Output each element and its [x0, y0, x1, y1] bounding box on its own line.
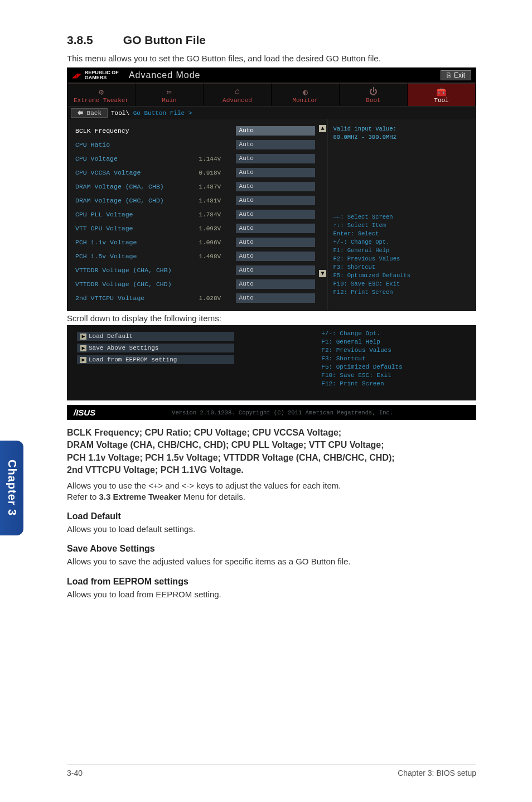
rog-logo-icon: ◢◤: [72, 71, 81, 80]
value-field[interactable]: Auto: [236, 252, 315, 261]
tab-advanced[interactable]: ⌂Advanced: [204, 83, 272, 106]
bios-tabs: ⚙Extreme Tweaker ≔Main ⌂Advanced ◐Monito…: [67, 83, 476, 106]
setting-vttddr-ab[interactable]: VTTDDR Voltage (CHA, CHB)Auto: [75, 264, 315, 276]
bios-titlebar: ◢◤ REPUBLIC OFGAMERS Advanced Mode ⎘ Exi…: [67, 68, 476, 83]
page-number: 3-40: [67, 769, 83, 777]
submenu-list: ▶Load Default ▶Save Above Settings ▶Load…: [72, 328, 316, 388]
setting-dram-voltage-ab[interactable]: DRAM Voltage (CHA, CHB)1.487VAuto: [75, 181, 315, 192]
setting-pch-11v[interactable]: PCH 1.1v Voltage1.096VAuto: [75, 236, 315, 248]
section-number: 3.8.5: [67, 33, 120, 47]
menu-save-above-settings[interactable]: ▶Save Above Settings: [77, 344, 234, 352]
bios-screenshot: ◢◤ REPUBLIC OFGAMERS Advanced Mode ⎘ Exi…: [67, 67, 476, 311]
value-field[interactable]: Auto: [236, 140, 315, 149]
page-footer: 3-40 Chapter 3: BIOS setup: [67, 765, 476, 777]
chapter-tab: Chapter 3: [0, 441, 23, 535]
settings-list: BCLK FrequencyAuto CPU RatioAuto CPU Vol…: [67, 119, 318, 311]
desc-load-eeprom: Allows you to load from EEPROM setting.: [67, 589, 476, 600]
scroll-down-icon[interactable]: ▼: [319, 270, 326, 277]
section-title: GO Button File: [123, 33, 206, 46]
heading-load-default: Load Default: [67, 511, 476, 521]
tab-extreme-tweaker[interactable]: ⚙Extreme Tweaker: [67, 83, 136, 106]
exit-label: Exit: [454, 71, 465, 79]
items-summary: BCLK Frequency; CPU Ratio; CPU Voltage; …: [67, 427, 476, 477]
value-field[interactable]: Auto: [236, 265, 315, 275]
cpu-icon: ⚙: [67, 87, 135, 97]
heading-save-above: Save Above Settings: [67, 544, 476, 554]
desc-save-above: Allows you to save the adjusted values f…: [67, 556, 476, 567]
heading-load-eeprom: Load from EEPROM settings: [67, 577, 476, 587]
setting-dram-voltage-cd[interactable]: DRAM Voltage (CHC, CHD)1.481VAuto: [75, 195, 315, 206]
chevron-right-icon: ▶: [80, 345, 86, 351]
chapter-tab-label: Chapter 3: [6, 460, 18, 516]
value-field[interactable]: Auto: [236, 182, 315, 191]
bios-footer: /ISUS Version 2.10.1208. Copyright (C) 2…: [67, 405, 476, 420]
setting-pch-15v[interactable]: PCH 1.5v Voltage1.498VAuto: [75, 250, 315, 262]
power-icon: ⏻: [340, 87, 407, 97]
bios-mode-label: Advanced Mode: [129, 70, 201, 80]
breadcrumb: Tool\ Go Button File >: [111, 110, 192, 117]
setting-cpu-vccsa-voltage[interactable]: CPU VCCSA Voltage0.918VAuto: [75, 167, 315, 178]
tab-tool[interactable]: 🧰Tool: [408, 83, 476, 106]
value-field[interactable]: Auto: [236, 279, 315, 289]
value-field[interactable]: Auto: [236, 238, 315, 247]
scrollbar[interactable]: ▲ ▼: [318, 119, 327, 311]
scroll-caption: Scroll down to display the following ite…: [67, 313, 476, 323]
chevron-right-icon: ▶: [80, 357, 86, 363]
value-field[interactable]: Auto: [236, 196, 315, 205]
bios-version: Version 2.10.1208. Copyright (C) 2011 Am…: [95, 409, 470, 416]
breadcrumb-row: 🡄 Back Tool\ Go Button File >: [67, 106, 476, 119]
rog-badge: ◢◤ REPUBLIC OFGAMERS: [72, 70, 119, 80]
value-field[interactable]: Auto: [236, 154, 315, 163]
setting-cpu-ratio[interactable]: CPU RatioAuto: [75, 139, 315, 151]
menu-load-from-eeprom[interactable]: ▶Load from EEPROM setting: [77, 355, 234, 364]
value-field[interactable]: Auto: [236, 293, 315, 303]
setting-vtt-cpu-voltage[interactable]: VTT CPU Voltage1.093VAuto: [75, 223, 315, 234]
section-intro: This menu allows you to set the GO Butto…: [67, 54, 476, 63]
exit-button[interactable]: ⎘ Exit: [441, 70, 471, 80]
setting-cpu-pll-voltage[interactable]: CPU PLL Voltage1.784VAuto: [75, 209, 315, 220]
scroll-up-icon[interactable]: ▲: [319, 125, 326, 132]
bios-screenshot-2: ▶Load Default ▶Save Above Settings ▶Load…: [67, 325, 476, 400]
exit-icon: ⎘: [447, 71, 451, 79]
setting-vttddr-cd[interactable]: VTTDDR Voltage (CHC, CHD)Auto: [75, 278, 315, 290]
value-field[interactable]: Auto: [236, 224, 315, 233]
desc-load-default: Allows you to load default settings.: [67, 524, 476, 535]
toolbox-icon: 🧰: [408, 87, 475, 97]
chip-icon: ⌂: [204, 87, 271, 97]
value-field[interactable]: Auto: [236, 168, 315, 177]
tab-monitor[interactable]: ◐Monitor: [272, 83, 340, 106]
tab-boot[interactable]: ⏻Boot: [340, 83, 408, 106]
adjust-hint: Allows you to use the <+> and <-> keys t…: [67, 480, 476, 503]
setting-cpu-voltage[interactable]: CPU Voltage1.144VAuto: [75, 153, 315, 165]
value-field[interactable]: Auto: [236, 210, 315, 219]
chapter-label: Chapter 3: BIOS setup: [398, 769, 476, 777]
setting-bclk-frequency[interactable]: BCLK FrequencyAuto: [75, 125, 315, 137]
vendor-logo: /ISUS: [74, 408, 95, 417]
chevron-right-icon: ▶: [80, 334, 86, 340]
key-hints-2: +/-: Change Opt. F1: General Help F2: Pr…: [316, 328, 471, 388]
help-panel: Valid input value: 80.0MHz - 300.0MHz →←…: [327, 119, 476, 311]
section-heading: 3.8.5 GO Button File: [67, 33, 476, 47]
key-hints: →←: Select Screen ↑↓: Select Item Enter:…: [333, 213, 470, 297]
tab-main[interactable]: ≔Main: [136, 83, 204, 106]
list-icon: ≔: [136, 87, 203, 97]
setting-2nd-vttcpu[interactable]: 2nd VTTCPU Voltage1.028VAuto: [75, 292, 315, 304]
gauge-icon: ◐: [272, 87, 339, 97]
rog-brand: REPUBLIC OFGAMERS: [85, 70, 119, 80]
back-button[interactable]: 🡄 Back: [71, 108, 108, 118]
value-field[interactable]: Auto: [236, 126, 315, 136]
menu-load-default[interactable]: ▶Load Default: [77, 332, 234, 341]
help-text: Valid input value: 80.0MHz - 300.0MHz: [333, 125, 470, 142]
